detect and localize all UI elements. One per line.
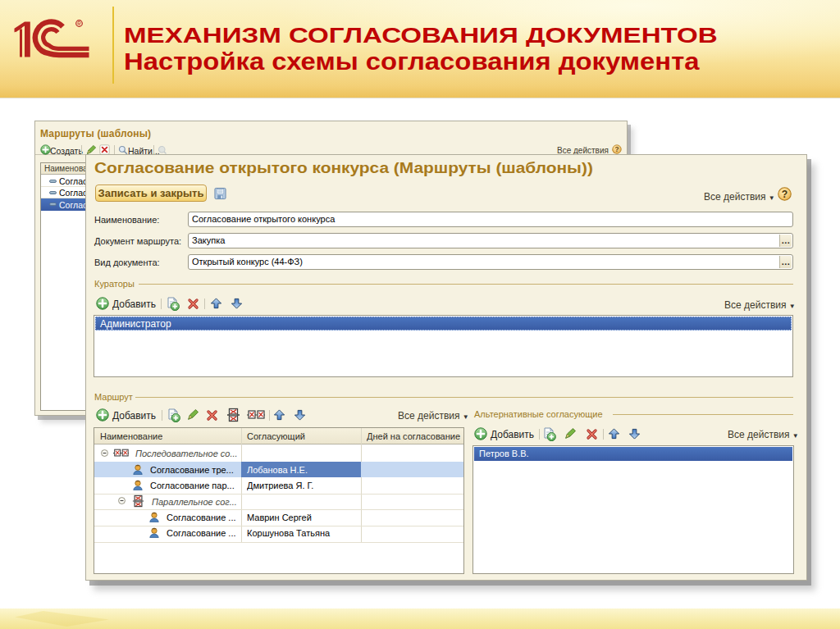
svg-text:?: ? [782, 189, 788, 200]
svg-text:?: ? [614, 146, 619, 153]
